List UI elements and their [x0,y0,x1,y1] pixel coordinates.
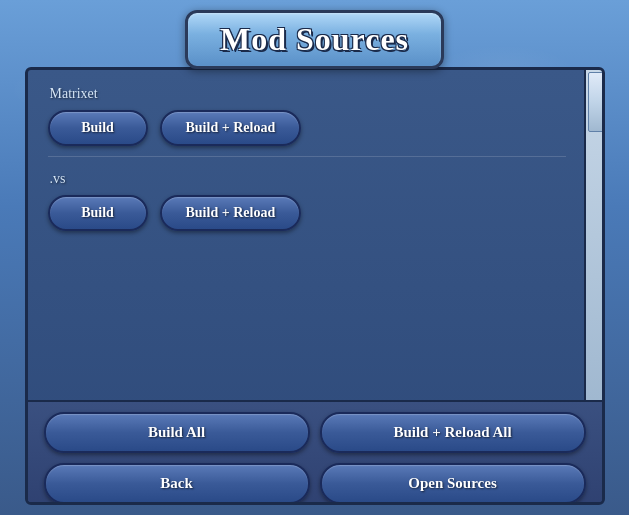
footer-row-1: Build All Build + Reload All [44,412,586,453]
panel-footer: Build All Build + Reload All Back Open S… [28,400,602,505]
scroll-area: Matrixet Build Build + Reload .vs Build … [28,70,602,400]
open-sources-button[interactable]: Open Sources [320,463,586,504]
build-reload-button-vs[interactable]: Build + Reload [160,195,302,231]
mod-buttons-vs: Build Build + Reload [48,195,566,231]
back-button[interactable]: Back [44,463,310,504]
build-button-vs[interactable]: Build [48,195,148,231]
scroll-content: Matrixet Build Build + Reload .vs Build … [28,70,602,255]
mod-name-vs: .vs [48,171,566,187]
main-container: Mod Sources Matrixet Build Build + Reloa… [0,0,629,515]
build-button-matrixet[interactable]: Build [48,110,148,146]
page-title: Mod Sources [220,21,409,57]
mod-entry-vs: .vs Build Build + Reload [48,171,566,231]
mod-sources-panel: Matrixet Build Build + Reload .vs Build … [25,67,605,505]
build-all-button[interactable]: Build All [44,412,310,453]
mod-buttons-matrixet: Build Build + Reload [48,110,566,146]
scrollbar-thumb[interactable] [588,72,602,132]
title-box: Mod Sources [185,10,444,69]
scrollbar-track[interactable] [584,70,602,400]
build-reload-all-button[interactable]: Build + Reload All [320,412,586,453]
mod-name-matrixet: Matrixet [48,86,566,102]
footer-row-2: Back Open Sources [44,463,586,504]
mod-entry-matrixet: Matrixet Build Build + Reload [48,86,566,146]
mod-divider-1 [48,156,566,157]
build-reload-button-matrixet[interactable]: Build + Reload [160,110,302,146]
